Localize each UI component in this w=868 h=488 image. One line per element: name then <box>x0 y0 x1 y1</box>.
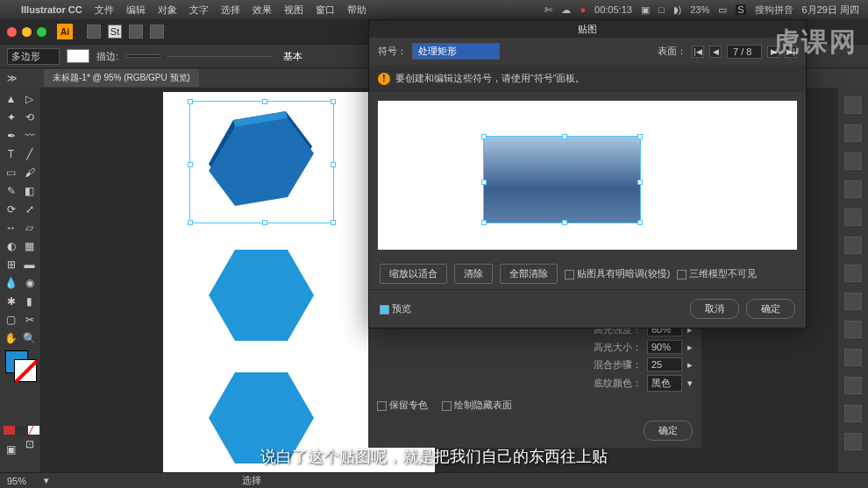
shape-select[interactable]: 多边形 <box>7 48 60 65</box>
blend-tool[interactable]: ◉ <box>20 273 39 292</box>
symbol-select[interactable]: 处理矩形 <box>412 43 500 60</box>
clear-button[interactable]: 清除 <box>454 264 493 284</box>
scale-tool[interactable]: ⤢ <box>20 200 39 218</box>
preview-checkbox[interactable] <box>380 305 389 315</box>
shaper-tool[interactable]: ✎ <box>2 181 20 200</box>
rotate-tool[interactable]: ⟳ <box>2 200 20 218</box>
draw-hidden-checkbox[interactable] <box>442 401 452 411</box>
fill-swatch[interactable] <box>67 49 89 63</box>
panel-icon-4[interactable] <box>844 180 862 198</box>
shade-checkbox[interactable] <box>565 270 574 279</box>
perspective-tool[interactable]: ▦ <box>20 237 39 255</box>
shape-builder-tool[interactable]: ◐ <box>2 237 20 255</box>
cloud-icon[interactable]: ☁ <box>561 4 571 16</box>
panel-icon-9[interactable] <box>844 321 862 338</box>
menu-file[interactable]: 文件 <box>95 4 114 17</box>
hexagon-3d[interactable] <box>200 110 323 223</box>
curvature-tool[interactable]: 〰 <box>20 126 39 145</box>
surface-label: 表面： <box>658 45 687 58</box>
panel-icon-11[interactable] <box>844 377 862 394</box>
map-preview[interactable] <box>378 101 797 250</box>
menu-help[interactable]: 帮助 <box>347 4 366 17</box>
map-art-dialog: 贴图 符号： 处理矩形 表面： |◀ ◀ 7 / 8 ▶ ▶| ! 要创建和编辑… <box>368 19 807 329</box>
color-mode-swatches[interactable]: ╱ <box>2 426 39 435</box>
slice-tool[interactable]: ✂ <box>20 310 39 329</box>
direct-selection-tool[interactable]: ▷ <box>20 89 39 108</box>
menu-effect[interactable]: 效果 <box>253 4 272 17</box>
menu-select[interactable]: 选择 <box>221 4 240 17</box>
right-panel-dock <box>838 88 868 472</box>
ime-label[interactable]: 搜狗拼音 <box>755 4 793 17</box>
panel-icon-10[interactable] <box>844 349 862 366</box>
panel-icon-5[interactable] <box>844 209 862 226</box>
panel-icon-6[interactable] <box>844 237 862 254</box>
free-transform-tool[interactable]: ▱ <box>20 218 39 237</box>
pen-tool[interactable]: ✒ <box>2 126 20 145</box>
ok-button[interactable]: 确定 <box>746 299 795 319</box>
panel-icon-12[interactable] <box>844 405 862 422</box>
props-ok-button[interactable]: 确定 <box>644 421 693 441</box>
brush-tool[interactable]: 🖌 <box>20 163 39 181</box>
panel-icon-2[interactable] <box>844 124 862 142</box>
type-tool[interactable]: T <box>2 145 20 163</box>
symbol-sprayer-tool[interactable]: ✱ <box>2 292 20 310</box>
menu-window[interactable]: 窗口 <box>316 4 335 17</box>
invisible-checkbox[interactable] <box>677 270 687 279</box>
panel-icon-1[interactable] <box>844 96 862 114</box>
zoom-level[interactable]: 95% <box>7 476 26 486</box>
app-name[interactable]: Illustrator CC <box>21 4 82 15</box>
minimize-button[interactable] <box>22 27 32 37</box>
highlight-size-value[interactable]: 90% <box>647 340 682 354</box>
arrange-icon[interactable] <box>129 25 143 39</box>
basic-label[interactable]: 基本 <box>283 50 302 63</box>
ime-icon[interactable]: S <box>736 4 745 15</box>
menu-view[interactable]: 视图 <box>284 4 303 17</box>
brush-icon[interactable] <box>150 25 164 39</box>
hand-tool[interactable]: ✋ <box>2 329 20 347</box>
shade-color-value[interactable]: 黑色 <box>647 375 682 392</box>
width-tool[interactable]: ↔ <box>2 218 20 237</box>
gradient-tool[interactable]: ▬ <box>20 255 39 273</box>
stroke-color[interactable] <box>14 359 37 382</box>
document-tab[interactable]: 未标题-1* @ 95% (RGB/GPU 预览) <box>44 69 199 87</box>
display-icon[interactable]: □ <box>658 4 665 15</box>
eyedropper-tool[interactable]: 💧 <box>2 273 20 292</box>
selection-tool[interactable]: ▲ <box>2 89 20 108</box>
cancel-button[interactable]: 取消 <box>690 299 739 319</box>
close-button[interactable] <box>7 27 17 37</box>
draw-hidden-label: 绘制隐藏表面 <box>454 400 512 410</box>
menu-type[interactable]: 文字 <box>189 4 209 17</box>
artboard-tool[interactable]: ▢ <box>2 310 20 329</box>
eraser-tool[interactable]: ◧ <box>20 181 39 200</box>
menu-edit[interactable]: 编辑 <box>126 4 146 17</box>
magic-wand-tool[interactable]: ✦ <box>2 108 20 126</box>
preview-symbol[interactable] <box>483 136 641 223</box>
panel-icon-8[interactable] <box>844 293 862 310</box>
panel-icon-3[interactable] <box>844 152 862 170</box>
surface-first-button[interactable]: |◀ <box>692 46 704 58</box>
panel-icon-7[interactable] <box>844 265 862 282</box>
stroke-weight[interactable] <box>125 54 160 58</box>
menu-object[interactable]: 对象 <box>158 4 177 17</box>
preserve-spot-checkbox[interactable] <box>377 401 387 411</box>
status-tool: 选择 <box>242 474 261 487</box>
line-tool[interactable]: ╱ <box>20 145 39 163</box>
stock-icon[interactable]: St <box>108 25 122 39</box>
surface-prev-button[interactable]: ◀ <box>709 46 722 58</box>
lasso-tool[interactable]: ⟲ <box>20 108 39 126</box>
zoom-tool[interactable]: 🔍 <box>20 329 39 347</box>
tray-icon[interactable]: ▣ <box>641 4 650 16</box>
blend-steps-value[interactable]: 25 <box>647 357 682 371</box>
rectangle-tool[interactable]: ▭ <box>2 163 20 181</box>
color-picker[interactable] <box>2 350 39 385</box>
bridge-icon[interactable] <box>87 25 101 39</box>
clear-all-button[interactable]: 全部清除 <box>500 264 558 284</box>
macos-menubar: Illustrator CC 文件 编辑 对象 文字 选择 效果 视图 窗口 帮… <box>0 0 868 19</box>
scale-to-fit-button[interactable]: 缩放以适合 <box>380 264 447 284</box>
wifi-icon[interactable]: ◗) <box>673 4 682 16</box>
scissors-icon[interactable]: ✄ <box>544 4 552 16</box>
zoom-button[interactable] <box>37 27 46 37</box>
graph-tool[interactable]: ▮ <box>20 292 39 310</box>
hexagon-2[interactable] <box>209 250 314 341</box>
mesh-tool[interactable]: ⊞ <box>2 255 20 273</box>
